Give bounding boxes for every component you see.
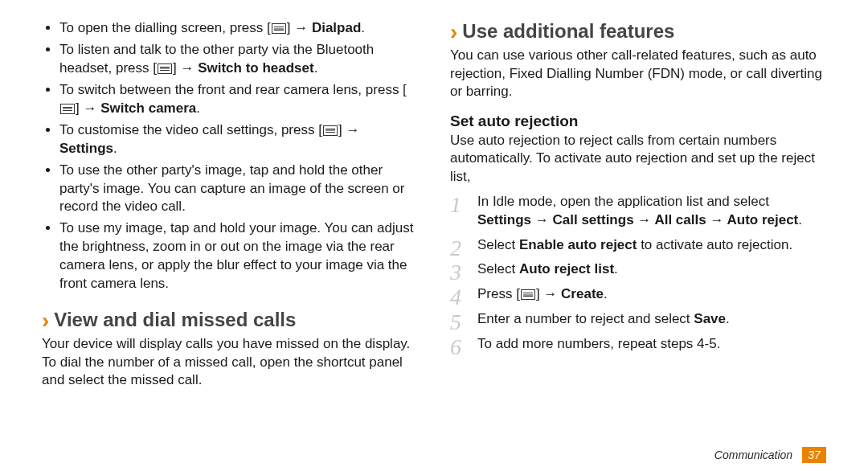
section-heading: ›View and dial missed calls (42, 308, 418, 334)
footer-section: Communication (714, 448, 792, 461)
step-item: Press [] → Create. (450, 285, 826, 304)
text: . (798, 212, 802, 227)
paragraph: Your device will display calls you have … (42, 335, 418, 390)
menu-icon (272, 23, 286, 34)
text: To use my image, tap and hold your image… (59, 220, 413, 291)
text: In Idle mode, open the application list … (477, 194, 769, 209)
text: Select (477, 261, 519, 276)
step-item: Enter a number to reject and select Save… (450, 310, 826, 329)
menu-icon (158, 63, 172, 74)
bullet-item: To listen and talk to the other party vi… (59, 41, 418, 78)
text: . (361, 20, 365, 35)
bold: Settings (59, 141, 113, 156)
text: To open the dialling screen, press [ (59, 20, 271, 35)
paragraph: Use auto rejection to reject calls from … (450, 132, 826, 186)
text: To switch between the front and rear cam… (59, 82, 407, 97)
bold: Settings → Call settings → All calls → A… (477, 212, 798, 227)
text: . (314, 60, 318, 76)
right-column: ›Use additional features You can use var… (450, 19, 826, 428)
step-item: In Idle mode, open the application list … (450, 193, 826, 230)
text: . (614, 261, 618, 276)
bold: Switch camera (100, 100, 196, 116)
menu-icon (323, 125, 338, 136)
bullet-list: To open the dialling screen, press [] → … (42, 19, 418, 293)
step-item: Select Auto reject list. (450, 260, 826, 279)
bullet-item: To switch between the front and rear cam… (59, 81, 418, 118)
steps-list: In Idle mode, open the application list … (450, 193, 826, 354)
bullet-item: To customise the video call settings, pr… (59, 121, 418, 158)
menu-icon (521, 289, 535, 300)
subheading: Set auto rejection (450, 113, 826, 130)
footer: Communication 37 (714, 447, 826, 463)
text: . (196, 100, 200, 116)
paragraph: You can use various other call-related f… (450, 47, 826, 101)
text: Enter a number to reject and select (477, 311, 694, 326)
text: to activate auto rejection. (637, 237, 792, 252)
text: . (726, 311, 730, 326)
bullet-item: To open the dialling screen, press [] → … (59, 19, 418, 38)
step-item: To add more numbers, repeat steps 4-5. (450, 335, 826, 354)
text: To use the other party's image, tap and … (59, 162, 404, 215)
bold: Switch to headset (198, 60, 314, 76)
bold: Dialpad (312, 20, 361, 35)
left-column: To open the dialling screen, press [] → … (42, 19, 418, 428)
text: . (604, 286, 608, 301)
bold: Enable auto reject (519, 237, 637, 252)
bullet-item: To use the other party's image, tap and … (59, 162, 418, 217)
heading-text: View and dial missed calls (54, 309, 296, 330)
text: To customise the video call settings, pr… (59, 122, 322, 137)
text: Select (477, 237, 519, 252)
section-heading: ›Use additional features (450, 19, 826, 45)
chevron-icon: › (42, 308, 49, 334)
page-number: 37 (802, 447, 826, 463)
heading-text: Use additional features (462, 20, 674, 42)
page: To open the dialling screen, press [] → … (0, 0, 868, 447)
bold: Create (561, 286, 604, 301)
menu-icon (60, 104, 75, 114)
text: . (113, 141, 117, 156)
step-item: Select Enable auto reject to activate au… (450, 236, 826, 255)
bold: Save (694, 311, 726, 326)
chevron-icon: › (450, 19, 457, 45)
bullet-item: To use my image, tap and hold your image… (59, 219, 418, 293)
bold: Auto reject list (519, 261, 614, 276)
text: To add more numbers, repeat steps 4-5. (477, 336, 720, 351)
